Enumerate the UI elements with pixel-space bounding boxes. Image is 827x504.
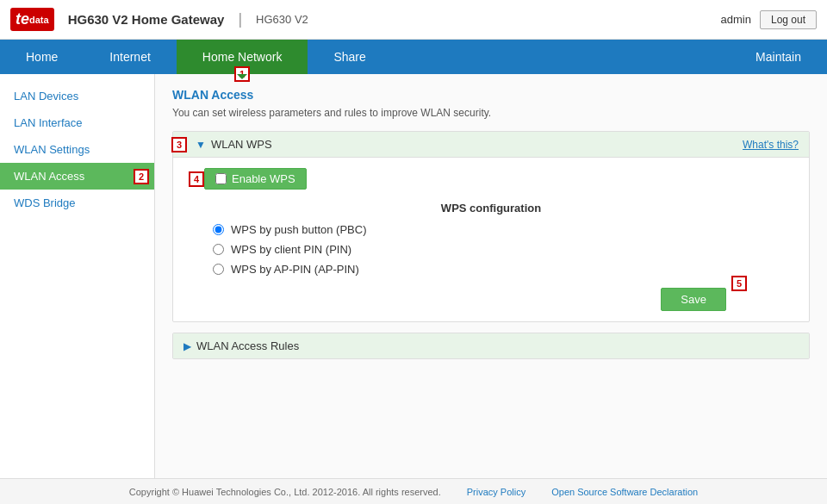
header-right: admin Log out: [721, 10, 817, 29]
nav-item-internet[interactable]: Internet: [84, 40, 176, 74]
content-title: WLAN Access: [172, 88, 810, 102]
enable-wps-checkbox[interactable]: [215, 173, 227, 184]
header-subtitle: HG630 V2: [256, 13, 308, 26]
main-container: LAN Devices LAN Interface WLAN Settings …: [0, 74, 827, 478]
radio-pbc-input[interactable]: [213, 224, 224, 235]
enable-wps-row: 4 Enable WPS: [204, 168, 795, 190]
nav-item-home[interactable]: Home: [0, 40, 84, 74]
content-area: WLAN Access You can set wireless paramet…: [155, 74, 827, 478]
nav-spacer: [392, 40, 730, 74]
nav-item-share[interactable]: Share: [308, 40, 391, 74]
wps-section-label: WLAN WPS: [211, 138, 272, 151]
wps-section-body: 4 Enable WPS WPS configuration WPS by pu…: [173, 158, 809, 321]
radio-pin-input[interactable]: [213, 244, 224, 255]
footer: Copyright © Huawei Technologies Co., Ltd…: [0, 478, 827, 504]
step-badge-4: 4: [189, 171, 204, 187]
app-title: HG630 V2 Home Gateway: [68, 12, 225, 27]
wlan-wps-header[interactable]: 3 ▼ WLAN WPS What's this?: [173, 132, 809, 158]
whats-this-link[interactable]: What's this?: [743, 139, 799, 151]
radio-ap-pin-label: WPS by AP-PIN (AP-PIN): [231, 263, 359, 276]
radio-pin: WPS by client PIN (PIN): [213, 243, 795, 256]
wlan-access-rules-section: ▶ WLAN Access Rules: [172, 333, 810, 359]
radio-pin-label: WPS by client PIN (PIN): [231, 243, 351, 256]
footer-copyright: Copyright © Huawei Technologies Co., Ltd…: [129, 487, 441, 497]
step-badge-2: 2: [134, 169, 149, 184]
radio-pbc-label: WPS by push button (PBC): [231, 223, 367, 236]
rules-arrow-icon: ▶: [183, 340, 191, 352]
sidebar-item-lan-devices[interactable]: LAN Devices: [0, 83, 154, 109]
wlan-access-rules-header[interactable]: ▶ WLAN Access Rules: [173, 333, 809, 358]
open-source-link[interactable]: Open Source Software Declaration: [551, 487, 698, 497]
rules-section-label: WLAN Access Rules: [196, 339, 299, 352]
sidebar-item-wds-bridge[interactable]: WDS Bridge: [0, 190, 154, 216]
nav-item-maintain[interactable]: Maintain: [730, 40, 827, 74]
step-badge-3: 3: [171, 137, 187, 152]
wlan-wps-section: 3 ▼ WLAN WPS What's this? 4 Enable WPS W…: [172, 131, 810, 322]
sidebar: LAN Devices LAN Interface WLAN Settings …: [0, 74, 155, 478]
save-row: 5 Save: [187, 288, 795, 311]
sidebar-item-lan-interface[interactable]: LAN Interface: [0, 109, 154, 136]
header-divider: |: [238, 10, 242, 28]
nav-item-home-network[interactable]: Home Network 1: [177, 40, 308, 74]
app-header: tedata HG630 V2 Home Gateway | HG630 V2 …: [0, 0, 827, 40]
logo-area: tedata HG630 V2 Home Gateway | HG630 V2: [10, 8, 308, 31]
wps-config-title: WPS configuration: [187, 202, 795, 215]
step-badge-5: 5: [731, 276, 747, 291]
radio-ap-pin-input[interactable]: [213, 264, 224, 275]
save-button[interactable]: Save: [661, 288, 726, 311]
logout-button[interactable]: Log out: [760, 10, 817, 29]
enable-wps-button[interactable]: Enable WPS: [204, 168, 307, 190]
privacy-policy-link[interactable]: Privacy Policy: [467, 487, 525, 497]
sidebar-item-wlan-access[interactable]: WLAN Access 2: [0, 163, 154, 190]
sidebar-item-wlan-settings[interactable]: WLAN Settings: [0, 136, 154, 163]
wps-arrow-icon: ▼: [196, 139, 206, 151]
logo-te: te: [16, 10, 29, 28]
radio-pbc: WPS by push button (PBC): [213, 223, 795, 236]
admin-label: admin: [721, 13, 751, 26]
radio-ap-pin: WPS by AP-PIN (AP-PIN): [213, 263, 795, 276]
logo: tedata: [10, 8, 54, 31]
content-description: You can set wireless parameters and rule…: [172, 107, 810, 119]
step-badge-1: 1: [234, 66, 250, 82]
nav-bar: Home Internet Home Network 1 Share Maint…: [0, 40, 827, 74]
logo-data: data: [29, 15, 49, 25]
